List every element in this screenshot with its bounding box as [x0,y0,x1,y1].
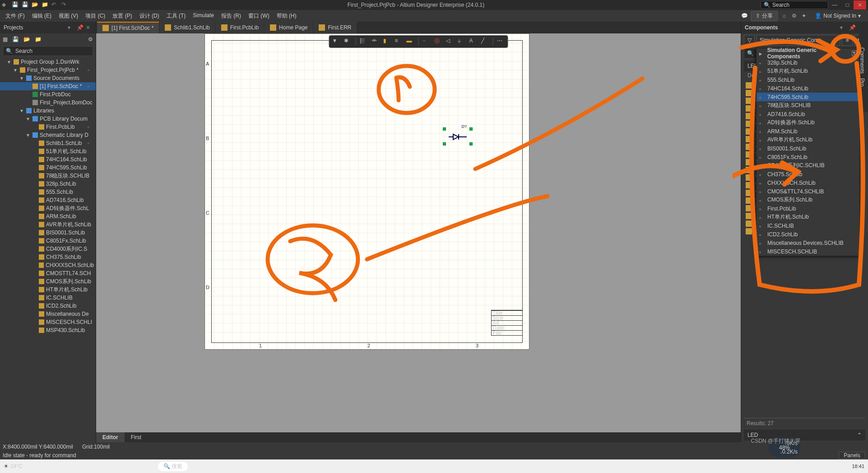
menu-item[interactable]: 设计 (D) [136,11,163,21]
lib-dropdown-item[interactable]: ▫CMOS系列.SchLib [757,196,859,204]
gear-icon[interactable]: ⚙ [789,11,798,20]
gear-icon[interactable]: ⚙ [88,36,93,42]
tree-node[interactable]: 328p.SchLib [0,180,96,188]
tree-node[interactable]: ▾Libraries [0,107,96,115]
menu-item[interactable]: 帮助 (H) [273,11,300,21]
library-dropdown-popup[interactable]: ▸Simulation Generic ComponentsT▫328p.Sch… [756,48,860,256]
lib-dropdown-item[interactable]: ▫51单片机.SchLib [757,67,859,75]
projects-tree[interactable]: ▾Project Group 1.DsnWrk▾First_Project.Pr… [0,57,96,442]
lib-dropdown-item[interactable]: ▫ICD2.SchLib [757,230,859,239]
tree-node[interactable]: 78稳压块.SCHLIB [0,172,96,180]
filter-icon[interactable]: ▼ [332,37,340,46]
minimize-button[interactable]: — [828,0,841,9]
tree-node[interactable]: ▾Source Documents [0,74,96,82]
wire-icon[interactable]: ⎓ [422,37,431,46]
tree-node[interactable]: First.PcbLib▫ [0,123,96,131]
save-icon[interactable]: 💾 [12,36,19,42]
lib-dropdown-item[interactable]: ▫IC.SCHLIB [757,221,859,230]
open-icon[interactable]: 📂 [32,1,39,9]
tree-node[interactable]: 555.SchLib [0,188,96,196]
tree-node[interactable]: First_Project.BomDoc [0,98,96,107]
lib-dropdown-item[interactable]: ▫ARM.SchLib [757,127,859,136]
tree-node[interactable]: CMOSTTL74.SCH [0,269,96,277]
maximize-button[interactable]: □ [841,0,854,9]
close-icon[interactable]: ✕ [86,24,92,31]
schematic-canvas[interactable]: ▼ ✱ ⬱ ⬲ ▮ ≡ ▬ ⎓ Ⓝ ◁ ⏚ A ╱ ⋯ A [96,33,741,432]
lib-dropdown-header[interactable]: ▸Simulation Generic ComponentsT [757,48,859,58]
more-icon[interactable]: ⋯ [497,37,505,46]
menu-item[interactable]: 工具 (T) [163,11,190,21]
weather-widget[interactable]: ☀ 24°C [4,463,23,469]
menu-item[interactable]: 编辑 (E) [28,11,55,21]
line-icon[interactable]: ╱ [481,37,489,46]
tab-editor[interactable]: Editor [96,432,125,442]
pin-icon[interactable]: ✦ [799,11,808,20]
menu-item[interactable]: 报告 (R) [218,11,245,21]
lib-dropdown-item[interactable]: ▫74HC595.SchLib [757,93,859,101]
library-dropdown[interactable]: Simulation Generic Comp ▾ [757,35,840,46]
tree-node[interactable]: CMOS系列.SchLib [0,277,96,286]
tree-node[interactable]: 74HC595.SchLib [0,164,96,172]
list-icon[interactable]: ≡ [842,35,853,46]
tree-node[interactable]: ▾PCB Library Docum [0,115,96,123]
folder-icon[interactable]: 📁 [42,1,49,9]
global-search[interactable]: 🔍 Search [761,1,828,9]
filter-icon[interactable]: ▽ [744,35,755,46]
lib-dropdown-item[interactable]: ▫AD转换器件.SchLib [757,118,859,127]
pin-icon[interactable]: 📌 [849,24,855,31]
menu-item[interactable]: 放置 (P) [109,11,135,21]
taskbar[interactable]: ☀ 24°C 🔍 搜索 18:41 [0,459,868,473]
tree-node[interactable]: 74HC164.SchLib [0,155,96,164]
signin-button[interactable]: 👤 Not Signed In▾ [810,12,865,20]
document-tab[interactable]: Schlib1.SchLib [159,22,215,33]
tree-node[interactable]: ▾Project Group 1.DsnWrk [0,58,96,66]
lib-dropdown-item[interactable]: ▫CMOS&TTL74.SCHLIB [757,187,859,196]
right-rail[interactable]: Comments Pro [859,22,868,112]
tree-node[interactable]: AD转换器件.SchL [0,204,96,212]
tree-node[interactable]: C8051Fx.SchLib [0,237,96,245]
home-icon[interactable]: ⌂ [780,11,789,20]
align-top-icon[interactable]: ▬ [407,37,415,46]
taskbar-clock[interactable]: 18:41 [852,464,864,469]
tree-node[interactable]: ▾First_Project.PrjPcb *▫ [0,66,96,74]
lib-dropdown-item[interactable]: ▫AD7416.SchLib [757,110,859,118]
port-icon[interactable]: ◁ [446,37,454,46]
dropdown-icon[interactable]: ▾ [840,24,846,31]
lib-dropdown-item[interactable]: ▫CHXXXSCH.SchLib [757,178,859,187]
lib-dropdown-item[interactable]: ▫AVR单片机.SchLib [757,136,859,144]
tree-node[interactable]: CD4000系列IC.S [0,245,96,253]
lib-dropdown-item[interactable]: ▫First.PcbLib [757,204,859,213]
tree-node[interactable]: CH375.SchLib [0,253,96,261]
tree-node[interactable]: BIS0001.SchLib [0,229,96,237]
tree-node[interactable]: AD7416.SchLib [0,196,96,204]
lib-dropdown-item[interactable]: ▫CH375.SchLib [757,170,859,178]
tree-node[interactable]: ARM.SchLib [0,212,96,220]
tree-node[interactable]: [1] First.SchDoc *▫ [0,82,96,90]
tree-node[interactable]: HT单片机.SchLib [0,286,96,294]
folder-icon[interactable]: 📁 [35,36,42,42]
pin-icon[interactable]: 📌 [77,24,83,31]
lib-dropdown-item[interactable]: ▫BIS0001.SchLib [757,144,859,153]
lib-dropdown-item[interactable]: ▫78稳压块.SCHLIB [757,101,859,110]
selected-component[interactable]: D? [444,129,471,144]
tree-node[interactable]: CHXXXSCH.SchLib [0,261,96,269]
tree-node[interactable]: First.PcbDoc [0,90,96,98]
tree-node[interactable]: IC.SCHLIB [0,294,96,302]
lib-dropdown-item[interactable]: ▫HT单片机.SchLib [757,213,859,221]
close-button[interactable]: ✕ [854,0,866,9]
document-tab[interactable]: First.PcbLib [216,22,264,33]
panels-button[interactable]: Panels [839,452,865,459]
menu-item[interactable]: 项目 (C) [82,11,109,21]
menu-item[interactable]: 文件 (F) [2,11,28,21]
align-right-icon[interactable]: ⬲ [371,37,380,46]
tree-node[interactable]: Miscellaneous De [0,310,96,318]
notification-icon[interactable]: 💬 [740,11,749,20]
text-icon[interactable]: A [469,37,478,46]
menu-item[interactable]: 视图 (V) [55,11,82,21]
menu-item[interactable]: Simulate [189,11,218,21]
netlabel-icon[interactable]: Ⓝ [434,37,442,46]
lib-dropdown-item[interactable]: ▫CD4000系列IC.SCHLIB [757,161,859,170]
tree-node[interactable]: 51单片机.SchLib [0,147,96,155]
schematic-sheet[interactable]: A B C D 1 2 3 D? Title Size A4 Date: [204,33,529,350]
new-doc-icon[interactable]: ▦ [3,36,8,42]
